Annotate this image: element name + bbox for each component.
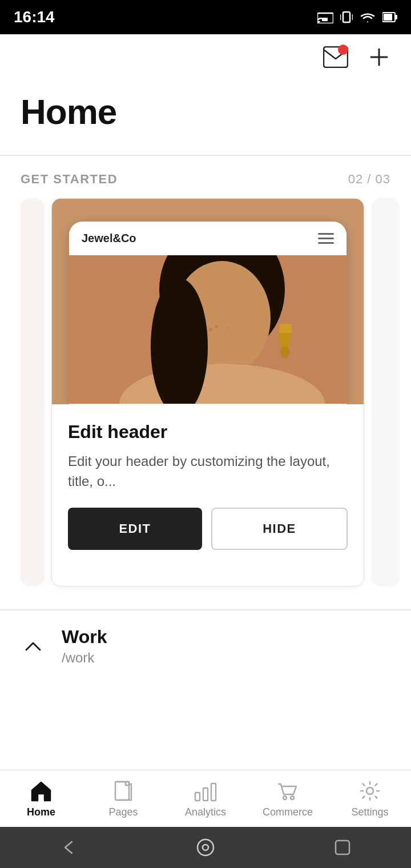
wifi-icon [360,11,376,23]
work-path: /work [62,650,107,666]
commerce-icon [276,779,300,803]
svg-rect-31 [336,841,349,854]
vibrate-icon [340,10,353,25]
svg-rect-2 [343,12,350,22]
person-illustration [69,255,346,404]
svg-point-28 [366,787,373,794]
status-icons [317,10,397,25]
hide-button[interactable]: HIDE [211,508,348,550]
nav-item-commerce[interactable]: Commerce [259,779,316,818]
page-title: Home [21,91,390,132]
card-carousel: Jewel&Co [0,198,411,598]
back-icon [59,838,78,857]
svg-rect-1 [322,18,328,21]
svg-point-21 [227,327,229,329]
mock-frame-header: Jewel&Co [69,222,346,255]
back-button[interactable] [51,830,86,865]
nav-label-settings: Settings [351,806,388,818]
mock-brand-name: Jewel&Co [82,232,136,245]
status-time: 16:14 [14,8,55,26]
card-main: Jewel&Co [51,198,364,586]
svg-rect-17 [279,324,292,333]
nav-item-analytics[interactable]: Analytics [177,779,234,818]
work-section: Work /work [0,610,411,682]
svg-point-26 [283,796,287,799]
pages-icon [111,779,135,803]
plus-icon [369,47,389,67]
edit-button[interactable]: EDIT [68,508,202,550]
svg-point-30 [203,845,208,850]
add-button[interactable] [364,42,394,72]
card-partial-right [371,198,400,586]
svg-point-29 [198,839,213,855]
nav-item-home[interactable]: Home [13,779,70,818]
card-title: Edit header [68,421,348,443]
card-image: Jewel&Co [52,199,364,404]
svg-rect-24 [203,788,208,801]
svg-rect-7 [395,15,397,19]
work-info: Work /work [62,626,107,666]
card-actions: EDIT HIDE [68,508,348,550]
card-description: Edit your header by customizing the layo… [68,452,348,492]
nav-label-commerce: Commerce [263,806,313,818]
svg-rect-23 [195,793,200,801]
svg-point-27 [291,796,294,799]
battery-icon [382,11,397,23]
mail-notification-badge [338,45,348,55]
step-counter: 02 / 03 [348,172,390,187]
recents-icon [334,839,351,856]
status-bar: 16:14 [0,0,411,34]
home-icon [29,779,53,803]
cast-icon [317,11,333,23]
page-title-section: Home [0,80,411,155]
mail-button[interactable] [321,42,350,72]
analytics-icon [194,779,217,803]
bottom-nav: Home Pages Analytics [0,770,411,827]
nav-label-pages: Pages [108,806,138,818]
svg-point-20 [215,326,218,328]
settings-icon [358,779,382,803]
card-body: Edit header Edit your header by customiz… [52,404,364,564]
android-nav-bar [0,827,411,868]
nav-label-home: Home [27,806,55,818]
home-circle-icon [195,837,216,858]
svg-rect-25 [211,783,216,801]
mock-menu-icon [318,233,334,244]
mock-browser-frame: Jewel&Co [69,222,346,404]
recents-button[interactable] [325,830,360,865]
get-started-header: GET STARTED 02 / 03 [0,156,411,198]
get-started-label: GET STARTED [21,172,118,187]
mock-image-area [69,255,346,404]
home-button[interactable] [188,830,223,865]
work-title: Work [62,626,107,648]
card-partial-left [21,198,45,586]
nav-item-pages[interactable]: Pages [95,779,152,818]
nav-label-analytics: Analytics [185,806,226,818]
svg-point-19 [209,328,212,331]
chevron-up-icon [23,636,43,657]
top-header [0,34,411,80]
nav-item-settings[interactable]: Settings [341,779,398,818]
collapse-button[interactable] [21,634,46,659]
svg-rect-6 [384,14,392,21]
svg-point-18 [280,347,289,358]
